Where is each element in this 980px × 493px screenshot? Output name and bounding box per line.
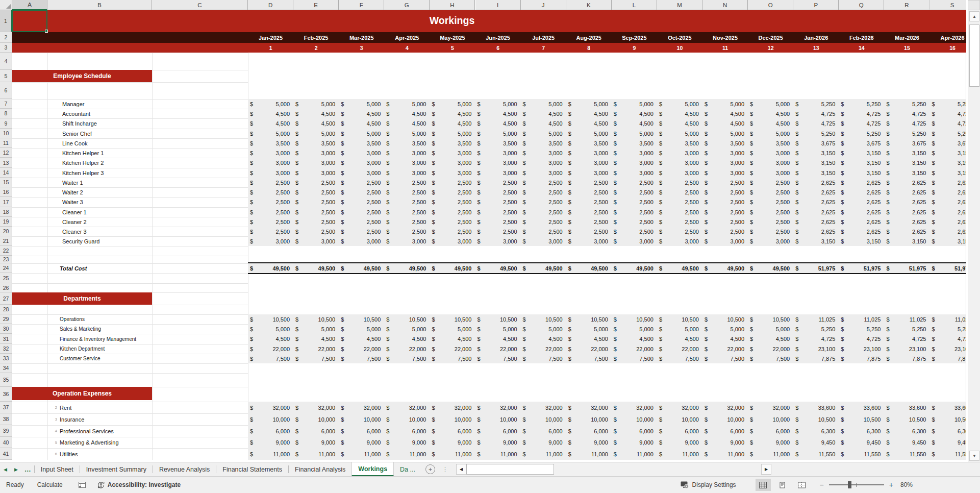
sheet-tab-financial-statements[interactable]: Financial Statements — [216, 462, 288, 476]
row-header-23[interactable]: 23 — [0, 256, 12, 263]
cell-value[interactable]: 2,500 — [612, 217, 654, 227]
column-header-G[interactable]: G — [384, 0, 430, 10]
cell-value[interactable]: 3,000 — [339, 148, 381, 158]
column-header-S[interactable]: S — [930, 0, 967, 10]
cell-value[interactable]: 22,000 — [339, 344, 381, 354]
row-header-8[interactable]: 8 — [0, 109, 12, 118]
cell-value[interactable]: 6,000 — [521, 425, 563, 437]
cell-value[interactable]: 3,000 — [566, 236, 608, 246]
cell-value[interactable]: 10,500 — [612, 314, 654, 324]
cell-value[interactable]: 9,450 — [839, 437, 881, 448]
cell-value[interactable]: 3,000 — [657, 158, 699, 168]
cell-value[interactable]: 2,500 — [430, 178, 471, 187]
cell-value[interactable]: 3,000 — [384, 158, 426, 168]
row-header-7[interactable]: 7 — [0, 99, 12, 109]
column-header-F[interactable]: F — [339, 0, 384, 10]
cell-value[interactable]: 7,500 — [248, 354, 290, 363]
cell-value[interactable]: 4,500 — [612, 109, 654, 118]
month-header-cell[interactable]: Apr-2026 — [930, 32, 967, 43]
cell-value[interactable]: 4,500 — [293, 118, 335, 129]
cell-value[interactable]: 4,500 — [430, 118, 471, 129]
cell-value[interactable]: 5,000 — [657, 324, 699, 334]
cell-value[interactable]: 11,000 — [566, 448, 608, 460]
zoom-level[interactable]: 80% — [900, 481, 913, 488]
cell-value[interactable]: 3,000 — [566, 168, 608, 178]
cell-value[interactable]: 4,500 — [702, 118, 744, 129]
cell-value[interactable]: 51,975 — [884, 263, 926, 273]
cell-value[interactable]: 49,500 — [521, 263, 563, 273]
column-header-J[interactable]: J — [521, 0, 566, 10]
cell-value[interactable]: 2,625 — [793, 227, 835, 236]
row-header-29[interactable]: 29 — [0, 314, 12, 324]
column-header-L[interactable]: L — [612, 0, 657, 10]
cell-value[interactable]: 2,500 — [430, 217, 471, 227]
cell-value[interactable]: 3,000 — [612, 168, 654, 178]
row-header-20[interactable]: 20 — [0, 227, 12, 236]
cell-value[interactable]: 2,500 — [657, 207, 699, 217]
cell-value[interactable]: 3,150 — [839, 158, 881, 168]
cell-value[interactable]: 2,500 — [339, 227, 381, 236]
select-all-corner[interactable] — [0, 0, 12, 10]
column-header-R[interactable]: R — [884, 0, 929, 10]
cell-value[interactable]: 3,000 — [475, 168, 517, 178]
cell-value[interactable]: 6,000 — [339, 425, 381, 437]
cell-value[interactable]: 6,000 — [612, 425, 654, 437]
cell-value[interactable]: 7,875 — [839, 354, 881, 363]
cell-value[interactable]: 6,300 — [884, 425, 926, 437]
cell-value[interactable]: 5,000 — [612, 324, 654, 334]
cell-value[interactable]: 6,000 — [748, 425, 790, 437]
cell-value[interactable]: 3,000 — [521, 148, 563, 158]
cell-value[interactable]: 11,000 — [521, 448, 563, 460]
employee-label-cell[interactable]: Accountant — [60, 109, 154, 118]
row-header-36[interactable]: 36 — [0, 387, 12, 402]
cell-value[interactable]: 2,625 — [884, 178, 926, 187]
cell-value[interactable]: 22,000 — [521, 344, 563, 354]
row-header-14[interactable]: 14 — [0, 168, 12, 178]
cell-value[interactable]: 5,000 — [475, 129, 517, 138]
cell-value[interactable]: 2,625 — [884, 227, 926, 236]
cell-value[interactable]: 2,625 — [839, 227, 881, 236]
month-header-cell[interactable]: Dec-2025 — [748, 32, 793, 43]
cell-value[interactable]: 3,000 — [612, 236, 654, 246]
cell-value[interactable]: 5,000 — [430, 99, 471, 109]
cell-value[interactable]: 4,500 — [248, 109, 290, 118]
row-header-9[interactable]: 9 — [0, 118, 12, 129]
cell-value[interactable]: 22,000 — [657, 344, 699, 354]
cell-value[interactable]: 11,550 — [884, 448, 926, 460]
cell-value[interactable]: 3,000 — [339, 236, 381, 246]
cell-value[interactable]: 49,500 — [612, 263, 654, 273]
row-header-40[interactable]: 40 — [0, 437, 12, 448]
cell-value[interactable]: 22,000 — [293, 344, 335, 354]
cell-value[interactable]: 10,500 — [430, 314, 471, 324]
cell-value[interactable]: 10,000 — [521, 413, 563, 425]
row-header-33[interactable]: 33 — [0, 354, 12, 363]
cell-value[interactable]: 2,500 — [748, 227, 790, 236]
cell-value[interactable]: 2,500 — [702, 217, 744, 227]
cell-value[interactable]: 3,000 — [293, 158, 335, 168]
cell-value[interactable]: 3,150 — [793, 168, 835, 178]
employee-label-cell[interactable]: Waiter 3 — [60, 197, 154, 207]
scroll-down-icon[interactable]: ▼ — [969, 451, 979, 461]
employee-label-cell[interactable]: Senior Chef — [60, 129, 154, 138]
cell-value[interactable]: 2,625 — [884, 207, 926, 217]
cell-value[interactable]: 10,000 — [384, 413, 426, 425]
month-header-cell[interactable]: Nov-2025 — [702, 32, 748, 43]
column-header-Q[interactable]: Q — [839, 0, 884, 10]
cell-value[interactable]: 32,000 — [566, 402, 608, 413]
cell-value[interactable]: 3,150 — [884, 168, 926, 178]
cell-value[interactable]: 11,025 — [884, 314, 926, 324]
department-label-cell[interactable]: Finance & Inventory Management — [60, 334, 152, 344]
cell-value[interactable]: 2,625 — [793, 217, 835, 227]
cell-value[interactable]: 11,000 — [748, 448, 790, 460]
cell-value[interactable]: 4,500 — [248, 118, 290, 129]
column-header-E[interactable]: E — [293, 0, 339, 10]
cell-value[interactable]: 3,000 — [293, 236, 335, 246]
cell-value[interactable]: 3,000 — [657, 148, 699, 158]
period-number-cell[interactable]: 11 — [702, 43, 748, 53]
cell-value[interactable]: 9,000 — [339, 437, 381, 448]
cell-value[interactable]: 3,000 — [521, 158, 563, 168]
cell-value[interactable]: 11,000 — [657, 448, 699, 460]
cell-value[interactable]: 3,150 — [930, 168, 967, 178]
expense-label-cell[interactable]: Professional Services — [60, 425, 152, 437]
cell-value[interactable]: 4,500 — [384, 334, 426, 344]
